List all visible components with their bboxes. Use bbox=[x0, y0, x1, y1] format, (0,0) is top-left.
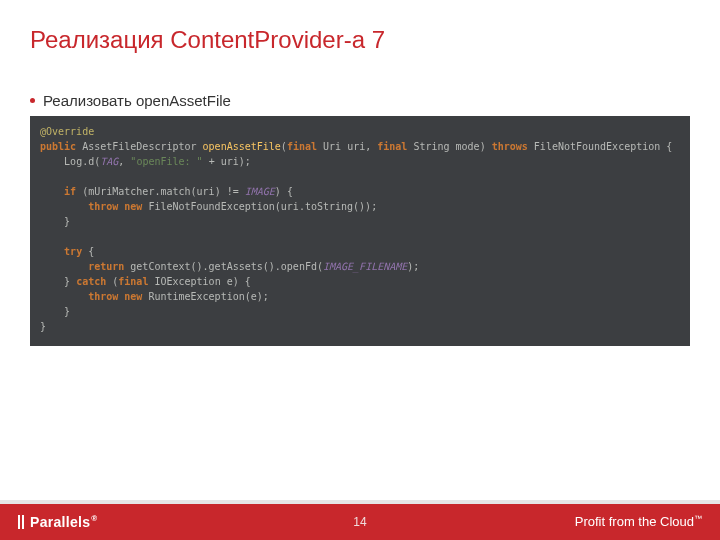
kw-throw: throw new bbox=[88, 201, 142, 212]
type: String bbox=[413, 141, 449, 152]
close: ) { bbox=[275, 186, 293, 197]
brace: } bbox=[64, 306, 70, 317]
string: "openFile: " bbox=[130, 156, 202, 167]
code-block: @Override public AssetFileDescriptor ope… bbox=[30, 116, 690, 346]
field: IMAGE bbox=[245, 186, 275, 197]
brace: } bbox=[64, 216, 70, 227]
comma: , bbox=[118, 156, 130, 167]
type: Uri bbox=[323, 141, 341, 152]
brace: { bbox=[660, 141, 672, 152]
close: ) { bbox=[233, 276, 251, 287]
kw-throws: throws bbox=[492, 141, 528, 152]
registered-icon: ® bbox=[91, 514, 97, 523]
tagline: Profit from the Cloud™ bbox=[575, 514, 702, 529]
kw-final: final bbox=[377, 141, 407, 152]
brace: { bbox=[82, 246, 94, 257]
brand-logo: Parallels® bbox=[18, 514, 98, 530]
kw-if: if bbox=[64, 186, 76, 197]
slide-title: Реализация ContentProvider-а 7 bbox=[30, 26, 385, 54]
pad bbox=[40, 186, 64, 197]
paren: ( bbox=[106, 276, 118, 287]
expr: RuntimeException(e); bbox=[142, 291, 268, 302]
close: ); bbox=[407, 261, 419, 272]
pad bbox=[40, 261, 88, 272]
kw-public: public bbox=[40, 141, 76, 152]
comma: , bbox=[365, 141, 377, 152]
code-annotation: @Override bbox=[40, 126, 94, 137]
pad bbox=[40, 246, 64, 257]
pad bbox=[40, 291, 88, 302]
trademark-icon: ™ bbox=[694, 514, 702, 523]
kw-catch: catch bbox=[76, 276, 106, 287]
expr: FileNotFoundException(uri.toString()); bbox=[142, 201, 377, 212]
brand-name-text: Parallels bbox=[30, 514, 90, 530]
paren: ( bbox=[76, 186, 88, 197]
field: IMAGE_FILENAME bbox=[323, 261, 407, 272]
kw-throw: throw new bbox=[88, 291, 142, 302]
expr: getContext().getAssets().openFd( bbox=[124, 261, 323, 272]
brand-name: Parallels® bbox=[30, 514, 98, 530]
brace: } bbox=[40, 321, 46, 332]
call: .match(uri) != bbox=[154, 186, 244, 197]
arg: uri bbox=[347, 141, 365, 152]
method-name: openAssetFile bbox=[203, 141, 281, 152]
tagline-text: Profit from the Cloud bbox=[575, 515, 694, 530]
pad bbox=[40, 156, 64, 167]
kw-try: try bbox=[64, 246, 82, 257]
slide: Реализация ContentProvider-а 7 Реализова… bbox=[0, 0, 720, 540]
pad bbox=[40, 306, 64, 317]
kw-final: final bbox=[118, 276, 148, 287]
brand-bars-icon bbox=[18, 515, 24, 529]
obj: mUriMatcher bbox=[88, 186, 154, 197]
footer: Parallels® 14 Profit from the Cloud™ bbox=[0, 504, 720, 540]
arg: mode bbox=[456, 141, 480, 152]
field: TAG bbox=[100, 156, 118, 167]
page-number: 14 bbox=[353, 515, 366, 529]
kw-return: return bbox=[88, 261, 124, 272]
pad bbox=[40, 216, 64, 227]
paren: ) bbox=[480, 141, 486, 152]
bullet-icon bbox=[30, 98, 35, 103]
bullet-item: Реализовать openAssetFile bbox=[30, 92, 231, 109]
obj: Log bbox=[64, 156, 82, 167]
kw-final: final bbox=[287, 141, 317, 152]
expr: + uri); bbox=[203, 156, 251, 167]
pad bbox=[40, 201, 88, 212]
pad bbox=[40, 276, 64, 287]
type: IOException e bbox=[148, 276, 232, 287]
type: AssetFileDescriptor bbox=[82, 141, 196, 152]
brace: } bbox=[64, 276, 76, 287]
exc: FileNotFoundException bbox=[534, 141, 660, 152]
bullet-text: Реализовать openAssetFile bbox=[43, 92, 231, 109]
